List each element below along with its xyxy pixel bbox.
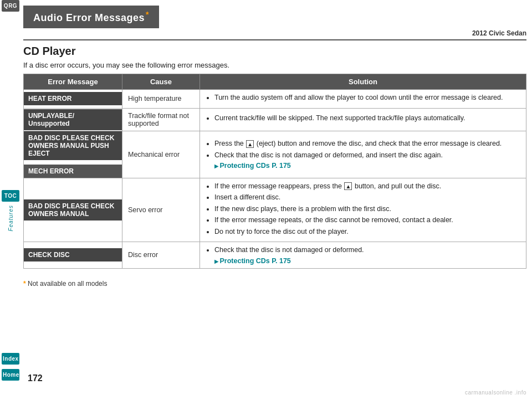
solution-item: If the error message reappears, press th… bbox=[214, 182, 520, 192]
table-row: HEAT ERROR High temperature Turn the aud… bbox=[24, 90, 526, 109]
solution-cell: Current track/file will be skipped. The … bbox=[200, 108, 526, 131]
error-code-cell: HEAT ERROR bbox=[24, 90, 122, 109]
col-cause: Cause bbox=[122, 74, 200, 90]
intro-text: If a disc error occurs, you may see the … bbox=[23, 61, 526, 69]
error-code-check-disc: CHECK DISC bbox=[24, 248, 122, 261]
footer-asterisk: * bbox=[23, 280, 26, 288]
error-code-cell: UNPLAYABLE/ Unsupported bbox=[24, 108, 122, 131]
sidebar-btn-qrg[interactable]: QRG bbox=[2, 0, 19, 12]
footer-note-text: Not available on all models bbox=[28, 280, 107, 288]
protecting-cds-link[interactable]: Protecting CDs P. 175 bbox=[214, 162, 291, 170]
sidebar: QRG TOC Features Index Home bbox=[0, 0, 21, 400]
col-error-message: Error Message bbox=[24, 74, 122, 90]
error-code-heat: HEAT ERROR bbox=[24, 92, 122, 105]
cause-cell: Servo error bbox=[122, 178, 200, 242]
solution-item: If the error message repeats, or the dis… bbox=[214, 216, 520, 225]
sidebar-btn-home[interactable]: Home bbox=[2, 369, 19, 381]
solution-cell: Press the ▲ (eject) button and remove th… bbox=[200, 131, 526, 178]
watermark: carmanualsonline .info bbox=[465, 389, 526, 396]
cause-cell: Disc error bbox=[122, 242, 200, 269]
footer-note: * Not available on all models bbox=[23, 280, 526, 288]
cause-cell: Track/file format not supported bbox=[122, 108, 200, 131]
solution-cell: Turn the audio system off and allow the … bbox=[200, 90, 526, 109]
error-code-mech: MECH ERROR bbox=[24, 165, 122, 178]
table-row: UNPLAYABLE/ Unsupported Track/file forma… bbox=[24, 108, 526, 131]
error-code-cell: BAD DISC PLEASE CHECK OWNERS MANUAL bbox=[24, 178, 122, 242]
solution-item: Insert a different disc. bbox=[214, 193, 520, 203]
error-code-unplayable: UNPLAYABLE/ Unsupported bbox=[24, 109, 122, 130]
cause-cell: High temperature bbox=[122, 90, 200, 109]
error-table: Error Message Cause Solution HEAT ERROR … bbox=[23, 74, 526, 269]
solution-item: If the new disc plays, there is a proble… bbox=[214, 204, 520, 214]
solution-item: Check that the disc is not damaged or de… bbox=[214, 245, 520, 255]
error-code-cell: CHECK DISC bbox=[24, 242, 122, 269]
page-title: Audio Error Messages* bbox=[33, 10, 149, 24]
col-solution: Solution bbox=[200, 74, 526, 90]
table-row: CHECK DISC Disc error Check that the dis… bbox=[24, 242, 526, 269]
error-code-group: BAD DISC PLEASE CHECK OWNERS MANUAL PUSH… bbox=[24, 131, 122, 178]
solution-item: Press the ▲ (eject) button and remove th… bbox=[214, 139, 520, 149]
table-row: BAD DISC PLEASE CHECK OWNERS MANUAL PUSH… bbox=[24, 131, 526, 178]
vehicle-info: 2012 Civic Sedan bbox=[23, 28, 526, 40]
error-code-bad-disc-servo: BAD DISC PLEASE CHECK OWNERS MANUAL bbox=[24, 199, 122, 220]
solution-item: Check that the disc is not damaged or de… bbox=[214, 151, 520, 161]
solution-cell: Check that the disc is not damaged or de… bbox=[200, 242, 526, 269]
solution-cell: If the error message reappears, press th… bbox=[200, 178, 526, 242]
solution-item: Do not try to force the disc out of the … bbox=[214, 227, 520, 237]
title-bar: Audio Error Messages* bbox=[23, 6, 159, 28]
error-code-bad-disc-eject: BAD DISC PLEASE CHECK OWNERS MANUAL PUSH… bbox=[24, 131, 122, 160]
solution-item: Turn the audio system off and allow the … bbox=[214, 93, 520, 103]
sidebar-btn-toc[interactable]: TOC bbox=[2, 190, 19, 202]
title-asterisk: * bbox=[146, 10, 149, 19]
page-header: Audio Error Messages* bbox=[23, 6, 526, 28]
eject-icon: ▲ bbox=[246, 140, 254, 148]
protecting-cds-link-2[interactable]: Protecting CDs P. 175 bbox=[214, 257, 291, 265]
section-title: CD Player bbox=[23, 45, 526, 58]
solution-item: Current track/file will be skipped. The … bbox=[214, 114, 520, 124]
table-row: BAD DISC PLEASE CHECK OWNERS MANUAL Serv… bbox=[24, 178, 526, 242]
sidebar-btn-index[interactable]: Index bbox=[2, 353, 19, 365]
sidebar-features-label: Features bbox=[8, 205, 14, 231]
cause-cell: Mechanical error bbox=[122, 131, 200, 178]
main-content: Audio Error Messages* 2012 Civic Sedan C… bbox=[23, 0, 526, 288]
page-number: 172 bbox=[28, 373, 43, 383]
eject-icon: ▲ bbox=[344, 182, 352, 190]
title-spacer bbox=[159, 6, 526, 28]
spacer bbox=[24, 160, 122, 165]
error-code-cell-combined: BAD DISC PLEASE CHECK OWNERS MANUAL PUSH… bbox=[24, 131, 122, 178]
